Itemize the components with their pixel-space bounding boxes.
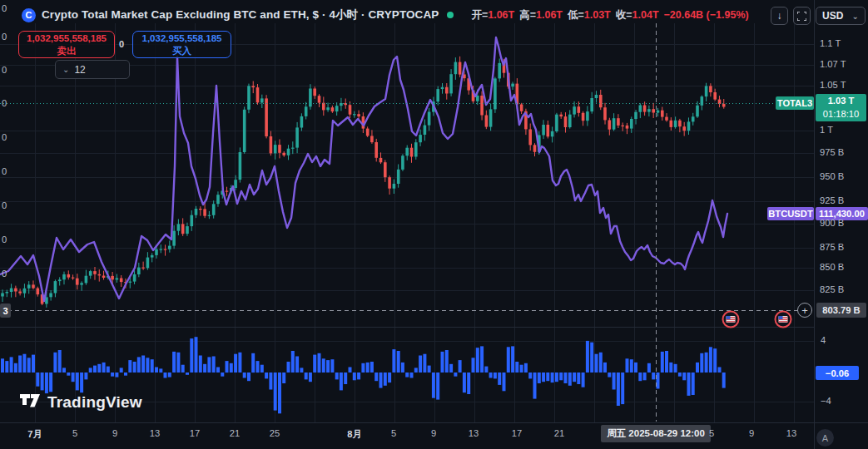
left-axis-clipped-label: 0 [2, 132, 7, 142]
price-axis-label: 925 B [820, 195, 844, 205]
spread-value: 0 [119, 39, 124, 49]
left-axis-clipped-label: 0 [2, 98, 7, 108]
plus-icon: + [801, 304, 808, 317]
total3-series-label[interactable]: TOTAL3 [776, 96, 814, 110]
tradingview-chart-window: C Crypto Total Market Cap Excluding BTC … [0, 0, 868, 449]
time-axis-label: 7月 [22, 428, 47, 441]
time-axis-label: 17 [504, 428, 529, 438]
us-flag-event-icon[interactable] [723, 312, 739, 328]
time-axis-label: 13 [461, 428, 486, 438]
price-axis-label: 1 T [820, 125, 833, 135]
time-axis-label: 9 [421, 428, 446, 438]
indicator-axis-label: −4 [821, 396, 831, 406]
tradingview-attribution[interactable]: TradingView [20, 392, 142, 412]
crosshair-date-badge: 周五 2025-08-29 12:00 [601, 425, 711, 442]
price-axis-label: 950 B [820, 171, 844, 181]
low-label: 低= [568, 9, 584, 21]
price-axis-label: 1.07 T [820, 59, 846, 69]
high-value: 1.06T [536, 9, 563, 21]
fullscreen-icon [797, 12, 806, 21]
time-axis-label: 9 [102, 428, 127, 438]
chevron-down-icon: ⌄ [852, 12, 859, 21]
time-axis-label: 8月 [342, 428, 367, 441]
download-icon: ↓ [777, 10, 782, 22]
price-axis-label: 900 B [820, 218, 844, 228]
symbol-logo-icon[interactable]: C [22, 8, 36, 22]
buy-value: 1,032,955,558,185 [142, 32, 222, 44]
fullscreen-button[interactable] [793, 7, 811, 25]
crosshair-price-badge: 803.79 B [816, 303, 866, 318]
sell-button[interactable]: 1,032,955,558,185 卖出 [18, 31, 115, 58]
chart-canvas[interactable] [0, 0, 868, 449]
time-axis-label: 21 [222, 428, 247, 438]
tradingview-wordmark: TradingView [47, 393, 142, 412]
open-value: 1.06T [488, 9, 514, 21]
left-axis-clipped-label: 0 [2, 269, 7, 279]
timezone-button[interactable]: A [816, 429, 834, 447]
counter-value: 12 [74, 64, 85, 76]
interval-counter-button[interactable]: ⌄ 12 [55, 60, 130, 79]
currency-value: USD [822, 10, 843, 22]
ohlc-row: 开=1.06T 高=1.06T 低=1.03T 收=1.04T −20.64B … [471, 8, 748, 22]
total3-price-badge[interactable]: 1.03 T 01:18:10 [816, 94, 866, 121]
price-axis-label: 975 B [820, 147, 844, 157]
download-button[interactable]: ↓ [771, 7, 788, 25]
sell-label: 卖出 [57, 45, 77, 57]
close-value: 1.04T [632, 9, 659, 21]
tradingview-logo-icon [20, 392, 41, 412]
left-axis-clipped-label: 0 [2, 234, 7, 244]
time-axis-label: 25 [262, 428, 287, 438]
time-axis-label: 13 [142, 428, 167, 438]
left-axis-clipped-label: 0 [2, 3, 7, 13]
time-axis-label: 17 [182, 428, 207, 438]
time-axis-label: 13 [779, 428, 804, 438]
left-axis-clipped-label: 0 [2, 65, 7, 75]
total3-countdown: 01:18:10 [823, 108, 860, 121]
time-axis-label: 5 [62, 428, 87, 438]
buy-label: 买入 [172, 45, 191, 57]
chart-toolbar: ↓ USD ⌄ [771, 7, 866, 25]
price-axis-label: 850 B [820, 262, 844, 272]
price-axis-label: 1.05 T [820, 80, 846, 90]
time-axis-label: 21 [547, 428, 572, 438]
price-axis-label: 825 B [820, 284, 844, 294]
histogram-value-badge: −0.06 [816, 366, 859, 380]
time-axis-label: 5 [699, 428, 724, 438]
left-crosshair-badge: 3 [0, 303, 11, 318]
buy-button[interactable]: 1,032,955,558,185 买入 [132, 31, 231, 58]
price-axis-label: 1.1 T [820, 38, 841, 48]
symbol-header: C Crypto Total Market Cap Excluding BTC … [22, 7, 749, 22]
total3-price: 1.03 T [828, 95, 855, 107]
open-label: 开= [471, 9, 488, 21]
time-axis-label: 5 [381, 428, 406, 438]
left-axis-clipped-label: 0 [2, 166, 7, 176]
us-flag-event-icon[interactable] [776, 312, 791, 328]
left-axis-clipped-label: 0 [2, 32, 7, 42]
low-value: 1.03T [584, 9, 611, 21]
btcusdt-series-label[interactable]: BTCUSDT [767, 207, 814, 220]
close-label: 收= [616, 9, 632, 21]
sell-value: 1,032,955,558,185 [27, 32, 107, 44]
change-value: −20.64B (−1.95%) [664, 9, 749, 21]
high-label: 高= [519, 9, 536, 21]
crosshair-plus-button[interactable]: + [797, 303, 812, 318]
chevron-down-icon: ⌄ [62, 65, 69, 74]
market-open-dot-icon [447, 12, 454, 18]
symbol-title[interactable]: Crypto Total Market Cap Excluding BTC an… [42, 7, 439, 22]
price-axis-label: 875 B [820, 242, 844, 252]
indicator-axis-label: 4 [821, 335, 826, 345]
currency-dropdown[interactable]: USD ⌄ [816, 7, 866, 25]
time-axis-label: 9 [739, 428, 764, 438]
left-axis-clipped-label: 0 [2, 200, 7, 210]
